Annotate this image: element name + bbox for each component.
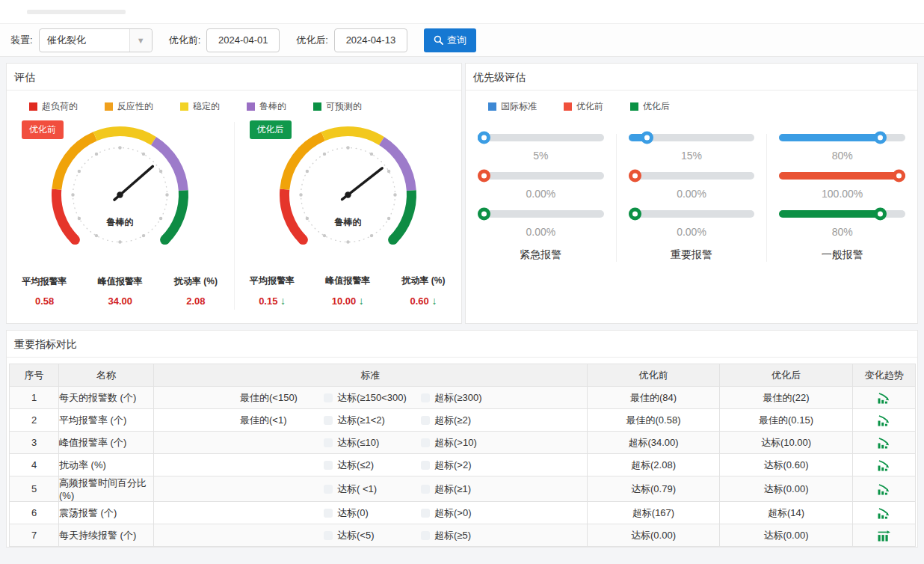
slider-handle[interactable] bbox=[478, 208, 490, 221]
priority-column-title: 紧急报警 bbox=[478, 248, 604, 262]
gauge-chart: 鲁棒的 bbox=[47, 122, 193, 268]
standard-chip bbox=[324, 416, 333, 425]
cell-after: 最佳的(22) bbox=[720, 387, 853, 409]
standard-ok: 达标(0) bbox=[324, 506, 421, 520]
slider-handle[interactable] bbox=[893, 170, 905, 183]
metric-label: 扰动率 (%) bbox=[158, 275, 233, 288]
cell-name: 震荡报警 (个) bbox=[59, 502, 154, 524]
table-header: 名称 bbox=[59, 364, 154, 387]
metric-value: 2.08 bbox=[158, 295, 233, 307]
table-row: 2 平均报警率 (个) 最佳的(<1) 达标(≥1<2) 超标(≥2) 最佳的(… bbox=[10, 409, 916, 432]
cell-index: 1 bbox=[10, 387, 59, 409]
cell-before: 达标(0.79) bbox=[588, 476, 720, 502]
query-button[interactable]: 查询 bbox=[424, 28, 476, 52]
priority-column-title: 重要报警 bbox=[629, 248, 755, 262]
cell-index: 2 bbox=[10, 409, 59, 432]
faint-title-text bbox=[27, 10, 126, 14]
legend-swatch bbox=[313, 102, 321, 111]
device-select[interactable]: 催化裂化 ▼ bbox=[39, 28, 153, 52]
standard-ok: 达标(≥150<300) bbox=[324, 391, 421, 405]
trend-down-icon bbox=[877, 438, 891, 449]
table-header: 标准 bbox=[154, 364, 588, 387]
cell-name: 峰值报警率 (个) bbox=[59, 432, 154, 454]
slider-优化后[interactable] bbox=[779, 210, 905, 218]
cell-name: 每天持续报警 (个) bbox=[59, 524, 154, 547]
cell-standard: 最佳的(<1) 达标(≥1<2) 超标(≥2) bbox=[154, 409, 588, 432]
metric-label: 峰值报警率 bbox=[310, 275, 386, 287]
cell-after: 达标(0.00) bbox=[720, 476, 853, 502]
cell-name: 扰动率 (%) bbox=[59, 454, 154, 476]
legend-swatch bbox=[564, 102, 572, 111]
slider-handle[interactable] bbox=[641, 132, 653, 144]
legend-item: 可预测的 bbox=[313, 100, 362, 113]
comparison-panel: 重要指标对比 序号名称标准优化前优化后变化趋势 1 每天的报警数 (个) 最佳的… bbox=[6, 330, 918, 548]
cell-index: 4 bbox=[10, 454, 59, 476]
evaluation-title: 评估 bbox=[7, 64, 461, 91]
gauge-after-block: 优化后 鲁棒的 平均报警率 0.15 ↓ 峰值报警率 10.00 ↓ 扰动率 (… bbox=[235, 113, 462, 319]
standard-chip bbox=[421, 393, 430, 402]
down-arrow-icon: ↓ bbox=[431, 295, 437, 307]
cell-standard: 达标( <1) 超标(≥1) bbox=[154, 476, 588, 502]
after-date-label: 优化后: bbox=[296, 34, 328, 47]
metric-value: 0.58 bbox=[7, 295, 82, 307]
slider-国际标准[interactable] bbox=[629, 134, 755, 141]
slider-优化后[interactable] bbox=[478, 210, 604, 218]
standard-over: 超标(≥1) bbox=[421, 482, 587, 496]
standard-chip bbox=[421, 438, 430, 447]
legend-swatch bbox=[488, 102, 496, 111]
slider-优化前[interactable] bbox=[629, 172, 755, 180]
cell-before: 超标(2.08) bbox=[588, 454, 720, 476]
slider-fill bbox=[779, 172, 905, 180]
cell-standard: 最佳的(<150) 达标(≥150<300) 超标(≥300) bbox=[154, 387, 588, 409]
standard-best: 最佳的(<150) bbox=[240, 391, 324, 405]
priority-column: 80% 100.00% 80%一般报警 bbox=[766, 134, 917, 262]
standard-chip bbox=[324, 438, 333, 447]
slider-优化前[interactable] bbox=[478, 172, 604, 180]
slider-handle[interactable] bbox=[874, 208, 887, 221]
standard-over: 超标(>0) bbox=[421, 506, 587, 520]
before-date-input[interactable] bbox=[206, 28, 280, 52]
svg-text:鲁棒的: 鲁棒的 bbox=[333, 217, 361, 227]
legend-item: 鲁棒的 bbox=[247, 100, 286, 113]
cell-name: 每天的报警数 (个) bbox=[59, 387, 154, 409]
legend-label: 鲁棒的 bbox=[259, 100, 286, 113]
down-arrow-icon: ↓ bbox=[280, 295, 286, 307]
slider-value: 80% bbox=[779, 226, 905, 238]
gauge-phase-badge: 优化后 bbox=[250, 120, 292, 139]
window-top-strip bbox=[0, 0, 924, 24]
standard-chip bbox=[324, 485, 333, 494]
standard-chip bbox=[421, 461, 430, 470]
slider-优化后[interactable] bbox=[629, 210, 755, 218]
legend-label: 稳定的 bbox=[193, 100, 220, 113]
slider-handle[interactable] bbox=[478, 132, 490, 144]
standard-chip bbox=[324, 531, 333, 540]
trend-down-icon bbox=[877, 484, 891, 495]
slider-handle[interactable] bbox=[629, 170, 641, 183]
trend-down-icon bbox=[877, 393, 891, 404]
gauge-chart: 鲁棒的 bbox=[275, 122, 421, 268]
device-select-value: 催化裂化 bbox=[47, 34, 86, 47]
standard-over: 超标(>10) bbox=[421, 436, 587, 450]
slider-国际标准[interactable] bbox=[779, 134, 905, 141]
trend-flat-icon bbox=[877, 530, 891, 542]
metric-label: 峰值报警率 bbox=[82, 275, 158, 288]
legend-label: 优化后 bbox=[643, 100, 670, 113]
gauge-metric: 平均报警率 0.15 ↓ bbox=[235, 275, 310, 307]
slider-handle[interactable] bbox=[629, 208, 641, 221]
gauge-metrics: 平均报警率 0.58 峰值报警率 34.00 扰动率 (%) 2.08 bbox=[7, 275, 234, 307]
after-date-input[interactable] bbox=[334, 28, 407, 52]
legend-item: 优化后 bbox=[630, 100, 670, 113]
legend-swatch bbox=[29, 102, 37, 111]
legend-label: 优化前 bbox=[576, 100, 603, 113]
cell-trend bbox=[853, 476, 916, 502]
standard-chip bbox=[421, 485, 430, 494]
chevron-down-icon[interactable]: ▼ bbox=[129, 29, 152, 52]
slider-handle[interactable] bbox=[478, 170, 490, 183]
cell-trend bbox=[853, 454, 916, 476]
cell-after: 最佳的(0.15) bbox=[720, 409, 853, 432]
comparison-title: 重要指标对比 bbox=[7, 331, 917, 358]
slider-优化前[interactable] bbox=[779, 172, 905, 180]
slider-value: 80% bbox=[779, 150, 905, 162]
slider-国际标准[interactable] bbox=[478, 134, 604, 141]
slider-handle[interactable] bbox=[874, 132, 887, 144]
